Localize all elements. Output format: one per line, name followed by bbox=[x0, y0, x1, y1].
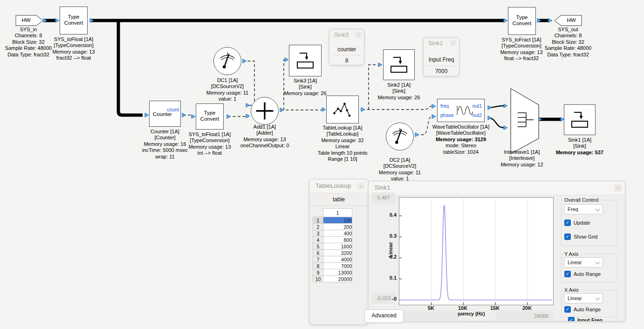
checkmark-icon: ✓ bbox=[568, 317, 575, 321]
group-legend: Overall Control bbox=[563, 197, 600, 203]
plot-canvas bbox=[399, 198, 553, 305]
port-label-out1: out1 bbox=[473, 103, 482, 109]
pin bbox=[488, 106, 492, 110]
x-auto-range-checkbox[interactable]: ✓ Auto Range bbox=[564, 306, 601, 313]
pin bbox=[227, 115, 231, 119]
block-caption: SYS_out Channels: 8 Block Size: 32 Sampl… bbox=[533, 27, 603, 58]
x-tick-label: 20K bbox=[517, 305, 537, 311]
table-row[interactable]: 4800 bbox=[313, 237, 352, 243]
block-caption: Add1 [1A] [Adder] Memory usage: 13 oneCh… bbox=[230, 124, 300, 149]
table-lookup-icon bbox=[330, 99, 355, 120]
x-min-field[interactable]: 1 bbox=[394, 311, 458, 321]
block-type-convert-out[interactable]: Type Convert bbox=[508, 7, 536, 35]
pin bbox=[280, 108, 284, 112]
chevron-down-icon bbox=[596, 260, 600, 265]
wire bbox=[362, 106, 432, 110]
checkmark-icon: ✓ bbox=[564, 233, 571, 240]
close-icon[interactable]: x bbox=[450, 40, 457, 46]
y-max-field[interactable]: 0.487 bbox=[372, 192, 395, 203]
popup-sink3: Sink3 x counter 8 bbox=[329, 29, 364, 65]
table-row[interactable]: 74000 bbox=[313, 256, 352, 263]
lookup-table: 1 1100 2200 3400 4800 51600 63200 74000 … bbox=[313, 208, 352, 282]
pin bbox=[432, 115, 436, 119]
block-counter[interactable]: Counter count bbox=[149, 101, 181, 127]
pin bbox=[246, 114, 250, 118]
close-icon[interactable]: x bbox=[357, 183, 365, 190]
wire bbox=[118, 22, 143, 115]
y-tick-label: -0 bbox=[378, 296, 397, 302]
pin bbox=[504, 104, 507, 108]
clipped-row: ✓ Input Freq bbox=[568, 317, 617, 321]
y-tick-label: 0.2 bbox=[378, 254, 397, 260]
panel-titlebar[interactable]: TableLookup x bbox=[309, 179, 368, 193]
block-hw-input[interactable]: HW bbox=[15, 15, 43, 26]
block-dc-source-2[interactable] bbox=[386, 123, 414, 151]
pin bbox=[432, 104, 436, 109]
popup-value: 8 bbox=[332, 55, 361, 64]
pin bbox=[55, 19, 59, 23]
port-label-out2: out2 bbox=[473, 112, 482, 118]
checkmark-icon: ✓ bbox=[564, 271, 571, 277]
x-axis-scale-dropdown[interactable]: Linear bbox=[564, 293, 603, 303]
type-convert-label: Type bbox=[196, 110, 223, 116]
y-axis-scale-dropdown[interactable]: Linear bbox=[564, 257, 603, 267]
table-row[interactable]: 2200 bbox=[313, 224, 352, 230]
audio-weaver-canvas: HW SYS_in Channels: 8 Block Size: 32 Sam… bbox=[0, 0, 644, 329]
table-row[interactable]: 63200 bbox=[313, 250, 352, 256]
block-adder[interactable] bbox=[251, 97, 279, 125]
x-tick-label: 15K bbox=[485, 305, 505, 311]
x-max-field[interactable]: 24000 bbox=[496, 311, 553, 321]
block-type-convert-in[interactable]: Type Convert bbox=[60, 7, 88, 34]
table-row[interactable]: 3400 bbox=[313, 230, 352, 237]
pin bbox=[488, 116, 492, 120]
sine-wave-icon bbox=[456, 102, 473, 119]
table-row[interactable]: 913000 bbox=[313, 269, 352, 276]
block-caption: SYS_toFloat [1A] [TypeConversion] Memory… bbox=[39, 36, 109, 62]
interleave-icon bbox=[516, 109, 535, 132]
group-legend: Y Axis bbox=[563, 251, 580, 257]
block-type-convert-counter[interactable]: Type Convert bbox=[196, 103, 224, 130]
advanced-button[interactable]: Advanced bbox=[364, 309, 404, 323]
popup-title: Sink3 bbox=[334, 32, 349, 38]
selected-cell[interactable]: 100 bbox=[323, 217, 352, 224]
overall-control-dropdown[interactable]: Freq bbox=[564, 204, 603, 214]
block-dc-source-1[interactable] bbox=[213, 47, 241, 75]
checkmark-icon: ✓ bbox=[564, 219, 571, 226]
block-tablelookup[interactable] bbox=[326, 96, 359, 123]
popup-sink2: Sink2 x Input Freq 7000 bbox=[423, 37, 459, 76]
type-convert-label: Type bbox=[60, 14, 87, 20]
y-auto-range-checkbox[interactable]: ✓ Auto Range bbox=[564, 271, 601, 277]
block-interleave[interactable] bbox=[510, 88, 539, 154]
block-caption: Sink2 [1A] [Sink] Memory usage: 26 bbox=[364, 82, 434, 101]
show-grid-checkbox[interactable]: ✓ Show Grid bbox=[564, 233, 597, 240]
close-icon[interactable]: x bbox=[614, 185, 622, 192]
gauge-icon bbox=[214, 48, 241, 75]
input-freq-checkbox[interactable]: ✓ Input Freq bbox=[568, 317, 603, 321]
table-row[interactable]: 51600 bbox=[313, 243, 352, 250]
popup-value: 7000 bbox=[426, 66, 456, 75]
update-checkbox[interactable]: ✓ Update bbox=[564, 219, 590, 226]
panel-title: Sink1 bbox=[375, 184, 391, 191]
adder-plus-icon bbox=[251, 97, 278, 124]
spectrum-plot[interactable] bbox=[399, 197, 554, 305]
block-wavetable-oscillator[interactable]: freq phase out1 out2 bbox=[437, 99, 485, 122]
block-hw-output[interactable]: HW bbox=[554, 15, 582, 26]
table-header: table bbox=[309, 196, 368, 203]
block-sink3[interactable] bbox=[289, 45, 322, 76]
close-icon[interactable]: x bbox=[355, 32, 362, 38]
hw-label: HW bbox=[561, 17, 582, 23]
block-sink1[interactable] bbox=[564, 104, 596, 135]
table-row[interactable]: 1020000 bbox=[313, 276, 352, 282]
pin bbox=[361, 108, 365, 112]
table-row[interactable]: 87000 bbox=[313, 263, 352, 269]
popup-label: counter bbox=[329, 46, 364, 53]
table-row[interactable]: 1100 bbox=[313, 217, 352, 224]
block-sink2[interactable] bbox=[383, 49, 415, 80]
sink-icon bbox=[295, 50, 315, 70]
checkmark-icon: ✓ bbox=[564, 306, 571, 313]
panel-title: TableLookup bbox=[315, 182, 351, 189]
panel-titlebar[interactable]: Sink1 x bbox=[369, 181, 625, 195]
column-header: 1 bbox=[323, 209, 352, 217]
gauge-icon bbox=[386, 123, 413, 150]
panel-sink1: Sink1 x 0.487 -0.023 Linear 0.4 0.3 0.2 … bbox=[368, 181, 625, 322]
